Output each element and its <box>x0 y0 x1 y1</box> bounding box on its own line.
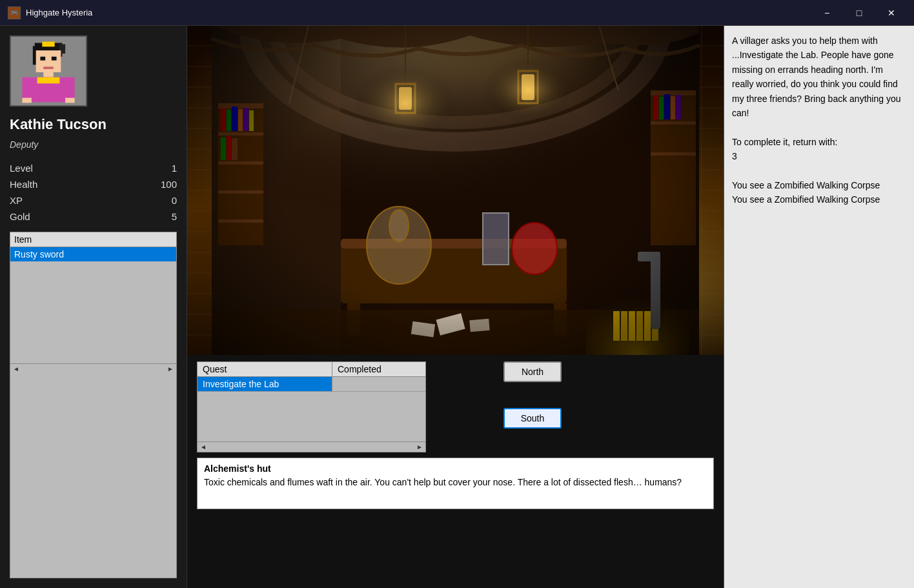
navigation-buttons: North South <box>491 361 574 435</box>
titlebar-controls: − □ ✕ <box>812 3 906 23</box>
app-icon: 🎮 <box>8 6 21 19</box>
quest-scroll-right-icon[interactable]: ► <box>416 443 423 451</box>
svg-rect-6 <box>40 57 45 61</box>
main-layout: Kathie Tucson Deputy Level 1 Health 100 … <box>0 26 914 588</box>
inventory-panel: Item Rusty sword ◄ ► <box>10 232 177 578</box>
svg-rect-8 <box>43 66 53 69</box>
titlebar-title: Highgate Hysteria <box>26 8 92 17</box>
inventory-scrollbar: ◄ ► <box>10 363 176 374</box>
quest-table: Quest Completed Investigate the Lab ◄ ► <box>197 361 426 452</box>
svg-rect-15 <box>65 98 75 103</box>
stats-panel: Level 1 Health 100 XP 0 Gold 5 <box>10 163 177 222</box>
south-button[interactable]: South <box>503 408 562 429</box>
maximize-button[interactable]: □ <box>844 3 874 23</box>
quest-col-header-name: Quest <box>198 362 332 376</box>
quest-completed-cell <box>332 377 425 391</box>
avatar-image <box>11 35 86 106</box>
scene-svg <box>187 26 724 355</box>
titlebar: 🎮 Highgate Hysteria − □ ✕ <box>0 0 914 26</box>
encounter-1: You see a Zombified Walking Corpse <box>732 178 906 192</box>
svg-rect-4 <box>42 42 54 47</box>
level-stat: Level 1 <box>10 163 177 174</box>
scroll-right-icon[interactable]: ► <box>167 365 174 372</box>
return-text: To complete it, return with: <box>732 135 906 149</box>
quest-narrative-text: A villager asks you to help them with ..… <box>732 34 906 120</box>
inventory-item[interactable]: Rusty sword <box>10 247 176 261</box>
return-count: 3 <box>732 149 906 163</box>
scroll-left-icon[interactable]: ◄ <box>13 365 19 372</box>
quest-row[interactable]: Investigate the Lab <box>198 377 425 392</box>
svg-rect-14 <box>22 98 32 103</box>
avatar <box>10 35 87 106</box>
svg-rect-11 <box>37 77 60 84</box>
north-button[interactable]: North <box>503 361 562 382</box>
center-panel: Quest Completed Investigate the Lab ◄ ► … <box>187 26 724 588</box>
scene-image <box>187 26 724 355</box>
svg-rect-7 <box>52 57 57 61</box>
svg-rect-9 <box>43 72 53 77</box>
quest-scrollbar: ◄ ► <box>198 441 425 452</box>
svg-rect-79 <box>212 26 699 355</box>
svg-rect-12 <box>22 77 32 99</box>
quest-name-cell: Investigate the Lab <box>198 377 332 391</box>
location-description: Toxic chemicals and flumes waft in the a… <box>204 477 682 487</box>
location-name: Alchemist's hut <box>204 463 271 474</box>
inventory-header: Item <box>10 232 176 247</box>
health-stat: Health 100 <box>10 179 177 190</box>
titlebar-left: 🎮 Highgate Hysteria <box>8 6 92 19</box>
minimize-button[interactable]: − <box>812 3 842 23</box>
close-button[interactable]: ✕ <box>877 3 906 23</box>
character-name: Kathie Tucson <box>10 116 177 133</box>
location-box: Alchemist's hut Toxic chemicals and flum… <box>197 458 714 509</box>
narrative-panel: A villager asks you to help them with ..… <box>724 26 914 588</box>
xp-stat: XP 0 <box>10 195 177 206</box>
quest-rows: Investigate the Lab <box>198 377 425 441</box>
quest-col-header-completed: Completed <box>332 362 425 376</box>
character-title: Deputy <box>10 139 177 150</box>
encounter-2: You see a Zombified Walking Corpse <box>732 192 906 207</box>
quest-table-header: Quest Completed <box>198 362 425 377</box>
sidebar: Kathie Tucson Deputy Level 1 Health 100 … <box>0 26 187 588</box>
svg-rect-13 <box>65 77 75 99</box>
inventory-list: Rusty sword <box>10 247 176 363</box>
gold-stat: Gold 5 <box>10 211 177 222</box>
quest-scroll-left-icon[interactable]: ◄ <box>200 443 207 451</box>
